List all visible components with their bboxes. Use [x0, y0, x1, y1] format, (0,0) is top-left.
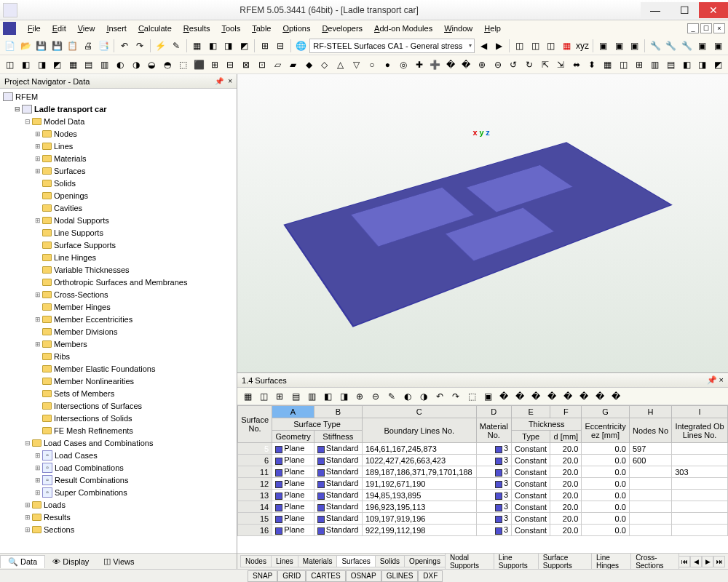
prev-icon[interactable]: ◀ — [476, 39, 490, 53]
mdi-minimize-button[interactable]: _ — [687, 23, 699, 33]
tool5-icon[interactable]: ▣ — [711, 39, 724, 53]
dp-tab-surface-supports[interactable]: Surface Supports — [538, 553, 592, 569]
dp-tool-11-icon[interactable]: ◑ — [416, 389, 431, 404]
menu-developers[interactable]: Developers — [316, 23, 368, 34]
tool-2-icon[interactable]: ◨ — [34, 57, 49, 72]
menu-options[interactable]: Options — [277, 23, 316, 34]
dp-tool-21-icon[interactable]: � — [577, 389, 591, 404]
tool-41-icon[interactable]: ▥ — [648, 57, 662, 72]
status-osnap[interactable]: OSNAP — [346, 570, 381, 582]
dp-tool-9-icon[interactable]: ✎ — [384, 389, 399, 404]
tree-variable-thicknesses[interactable]: Variable Thicknesses — [3, 263, 234, 276]
dp-tab-surfaces[interactable]: Surfaces — [336, 555, 375, 567]
tool-22-icon[interactable]: ▽ — [349, 57, 363, 72]
pencil-icon[interactable]: ✎ — [170, 39, 183, 53]
tree-line-supports[interactable]: Line Supports — [3, 226, 234, 239]
tool-31-icon[interactable]: ⊖ — [491, 57, 505, 72]
dp-tab-line-supports[interactable]: Line Supports — [494, 553, 539, 569]
legend-icon[interactable]: xyz — [575, 39, 590, 53]
tree-nodes[interactable]: ⊞Nodes — [3, 127, 234, 140]
tree-project[interactable]: ⊟Ladle transport car — [3, 103, 234, 115]
tool-0-icon[interactable]: ◫ — [3, 57, 17, 72]
wand-icon[interactable]: ⚡ — [154, 39, 167, 53]
dp-tool-13-icon[interactable]: ↷ — [448, 389, 463, 404]
tool-1-icon[interactable]: ◧ — [19, 57, 33, 72]
menu-file[interactable]: File — [22, 23, 47, 34]
table-row[interactable]: 14 Plane Standard 196,923,195,113 3 Cons… — [238, 501, 728, 513]
tool-29-icon[interactable]: � — [459, 57, 474, 72]
table-row[interactable]: 6 Plane Standard 1022,427,426,663,423 3 … — [238, 455, 728, 466]
misc3-icon[interactable]: ▣ — [628, 39, 641, 53]
tool-36-icon[interactable]: ⬌ — [569, 57, 584, 72]
misc2-icon[interactable]: ▣ — [612, 39, 626, 53]
menu-calculate[interactable]: Calculate — [132, 23, 178, 34]
tree-intersections-of-solids[interactable]: Intersections of Solids — [3, 412, 234, 424]
table-icon[interactable]: ⊞ — [258, 39, 272, 53]
tree-cross-sections[interactable]: ⊞Cross-Sections — [3, 288, 234, 300]
dp-tool-10-icon[interactable]: ◐ — [400, 389, 415, 404]
tool-20-icon[interactable]: ◇ — [317, 57, 332, 72]
menu-edit[interactable]: Edit — [47, 23, 72, 34]
tree-member-nonlinearities[interactable]: Member Nonlinearities — [3, 375, 234, 387]
tree-orthotropic-surfaces-and-membranes[interactable]: Orthotropic Surfaces and Membranes — [3, 276, 234, 288]
tool-19-icon[interactable]: ◆ — [302, 57, 317, 72]
tool-33-icon[interactable]: ↻ — [522, 57, 537, 72]
tool-40-icon[interactable]: ⊞ — [632, 57, 646, 72]
mdi-close-button[interactable]: × — [713, 23, 725, 33]
tree-member-hinges[interactable]: Member Hinges — [3, 300, 234, 313]
tool-23-icon[interactable]: ○ — [365, 57, 379, 72]
dp-tool-23-icon[interactable]: � — [609, 389, 623, 404]
tool-38-icon[interactable]: ▦ — [601, 57, 615, 72]
tool-21-icon[interactable]: △ — [333, 57, 348, 72]
tool-35-icon[interactable]: ⇲ — [553, 57, 568, 72]
globe-icon[interactable]: 🌐 — [294, 39, 308, 53]
tool-11-icon[interactable]: ⬚ — [176, 57, 191, 72]
tool-5-icon[interactable]: ▤ — [82, 57, 96, 72]
tree-member-divisions[interactable]: Member Divisions — [3, 325, 234, 338]
case-dropdown[interactable]: RF-STEEL Surfaces CA1 - General stress — [309, 39, 475, 53]
tree-member-elastic-foundations[interactable]: Member Elastic Foundations — [3, 362, 234, 375]
tool-15-icon[interactable]: ⊠ — [239, 57, 253, 72]
redo-icon[interactable]: ↷ — [133, 39, 147, 53]
tool-43-icon[interactable]: ◧ — [679, 57, 694, 72]
tool-45-icon[interactable]: ◩ — [711, 57, 725, 72]
tree-root[interactable]: RFEM — [3, 90, 234, 103]
tree-nodal-supports[interactable]: ⊞Nodal Supports — [3, 214, 234, 226]
tree-fe-mesh-refinements[interactable]: FE Mesh Refinements — [3, 424, 234, 436]
nav-tab-views[interactable]: ◫Views — [96, 555, 141, 567]
panel-pin-icon[interactable]: 📌 × — [707, 375, 724, 385]
tree-loads[interactable]: ⊞Loads — [3, 498, 234, 511]
close-button[interactable]: ✕ — [699, 2, 728, 18]
tool-27-icon[interactable]: ➕ — [427, 57, 442, 72]
tree-results[interactable]: ⊞Results — [3, 511, 234, 523]
tab-prev-button[interactable]: ◀ — [690, 556, 702, 567]
surfaces-table[interactable]: SurfaceNo.ABCDEFGHISurface TypeBoundary … — [237, 405, 728, 536]
tool-13-icon[interactable]: ⊞ — [207, 57, 222, 72]
tool-icon[interactable]: 🔧 — [648, 39, 662, 53]
menu-table[interactable]: Table — [246, 23, 277, 34]
misc1-icon[interactable]: ▣ — [596, 39, 610, 53]
tree-load-combinations[interactable]: ⊞▫Load Combinations — [3, 461, 234, 474]
dp-tool-0-icon[interactable]: ▦ — [240, 389, 255, 404]
view2-icon[interactable]: ◫ — [529, 39, 542, 53]
tab-last-button[interactable]: ⏭ — [713, 556, 725, 567]
table-row[interactable]: 12 Plane Standard 191,192,671,190 3 Cons… — [238, 478, 728, 490]
dp-tool-20-icon[interactable]: � — [561, 389, 575, 404]
dp-tab-openings[interactable]: Openings — [404, 555, 446, 567]
nav-tab-display[interactable]: 👁Display — [45, 556, 96, 567]
panel-close-icon[interactable]: × — [228, 77, 232, 85]
tool-7-icon[interactable]: ◐ — [113, 57, 127, 72]
tree-load-group[interactable]: ⊟Load Cases and Combinations — [3, 436, 234, 449]
dp-tool-18-icon[interactable]: � — [529, 389, 543, 404]
minimize-button[interactable]: — — [641, 2, 670, 18]
tree-load-cases[interactable]: ⊞▫Load Cases — [3, 449, 234, 461]
dp-tool-19-icon[interactable]: � — [545, 389, 559, 404]
view3-icon[interactable]: ◫ — [544, 39, 558, 53]
tool-24-icon[interactable]: ● — [381, 57, 395, 72]
menu-help[interactable]: Help — [478, 23, 507, 34]
tree-members[interactable]: ⊞Members — [3, 338, 234, 350]
table-row[interactable]: 16 Plane Standard 922,199,112,198 3 Cons… — [238, 525, 728, 536]
results3-icon[interactable]: ◩ — [237, 39, 250, 53]
dp-tab-nodes[interactable]: Nodes — [240, 555, 272, 567]
dp-tool-8-icon[interactable]: ⊖ — [368, 389, 383, 404]
